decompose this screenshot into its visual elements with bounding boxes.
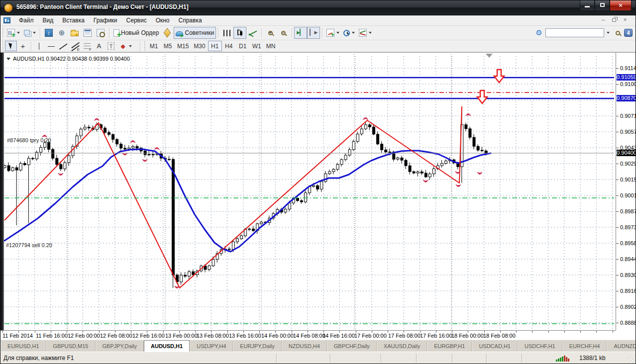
expert-advisors-button[interactable]: Советники xyxy=(174,27,216,39)
navigator-button[interactable] xyxy=(68,27,81,39)
time-tick xyxy=(35,331,35,333)
chart-window-icon[interactable] xyxy=(3,17,10,23)
chart-tab-audnzd[interactable]: AUDNZD,H4 xyxy=(607,342,636,352)
metaeditor-button[interactable] xyxy=(161,27,174,39)
menu-items: ФайлВидВставкаГрафикиСервисОкноСправка xyxy=(14,16,207,25)
toolbar-separator xyxy=(31,41,31,51)
arrows-tool-button[interactable] xyxy=(117,41,134,51)
menu-item-0[interactable]: Файл xyxy=(14,16,38,25)
mdi-restore-button[interactable] xyxy=(609,16,620,25)
text-tool-button[interactable]: A xyxy=(93,41,105,51)
trendline-icon xyxy=(59,42,67,50)
auto-scroll-button[interactable] xyxy=(294,27,307,39)
maximize-button[interactable] xyxy=(595,0,610,11)
timeframe-button-h4[interactable]: H4 xyxy=(222,41,236,51)
timeframe-button-w1[interactable]: W1 xyxy=(250,41,264,51)
timeframe-button-mn[interactable]: MN xyxy=(264,41,278,51)
search-dropdown-button[interactable] xyxy=(604,28,611,37)
timeframe-button-d1[interactable]: D1 xyxy=(236,41,250,51)
search-input[interactable] xyxy=(545,28,604,37)
strategy-tester-button[interactable] xyxy=(94,27,107,39)
title-bar[interactable]: 565896: Panteon Client Terminal - Демо С… xyxy=(0,0,636,15)
chart-shift-button[interactable] xyxy=(307,27,320,39)
data-window-button[interactable] xyxy=(55,27,68,39)
chart-tab-xauusd[interactable]: XAUUSD,Daily xyxy=(377,342,427,352)
resize-grip[interactable] xyxy=(629,357,636,364)
chart-tab-gbpchf[interactable]: GBPCHF,Daily xyxy=(327,342,377,352)
menu-item-3[interactable]: Графики xyxy=(89,16,122,25)
price-label: 0.90295 xyxy=(620,161,636,167)
horizontal-line-tool-button[interactable] xyxy=(45,41,57,51)
timeframe-button-m5[interactable]: M5 xyxy=(161,41,175,51)
timeframe-button-m1[interactable]: M1 xyxy=(147,41,161,51)
text-label-tool-button[interactable]: T xyxy=(105,41,117,51)
chart-tab-eurjpy[interactable]: EURJPY,Daily xyxy=(233,342,282,352)
menu-item-4[interactable]: Сервис xyxy=(122,16,151,25)
candlestick-chart-button[interactable] xyxy=(233,27,246,39)
zoom-out-button[interactable]: − xyxy=(277,27,290,39)
indicators-button[interactable] xyxy=(324,27,341,39)
trendline-tool-button[interactable] xyxy=(57,41,69,51)
toolbar-handle[interactable] xyxy=(1,41,3,51)
price-label: 0.90575 xyxy=(620,129,636,135)
chart-tab-usdcad[interactable]: USDCAD,H1 xyxy=(472,342,518,352)
toolbar-handle[interactable] xyxy=(143,41,145,51)
terminal-icon xyxy=(84,29,92,37)
equidistant-channel-icon: E xyxy=(71,42,79,50)
time-axis[interactable]: 11 Feb 201411 Feb 16:0012 Feb 00:0012 Fe… xyxy=(0,330,616,340)
fibonacci-tool-button[interactable]: F xyxy=(81,41,93,51)
chart-tab-audusd[interactable]: AUDUSD,H1 xyxy=(144,340,190,352)
close-icon: × xyxy=(619,1,623,9)
line-chart-button[interactable] xyxy=(246,27,259,39)
mdi-close-button[interactable]: × xyxy=(620,16,631,25)
chart-plot-area[interactable] xyxy=(0,53,616,330)
chart-tab-nzdusd[interactable]: NZDUSD,H4 xyxy=(282,342,327,352)
mdi-minimize-button[interactable]: – xyxy=(598,16,609,25)
profiles-button[interactable] xyxy=(22,27,38,39)
chart-tab-eurchf[interactable]: EURCHF,H4 xyxy=(562,342,607,352)
timeframe-button-m30[interactable]: M30 xyxy=(191,41,208,51)
price-label: 0.89165 xyxy=(620,288,636,294)
minimize-button[interactable] xyxy=(580,0,595,11)
menu-item-5[interactable]: Окно xyxy=(151,16,174,25)
chart-tab-eurgbp[interactable]: EURGBP,H1 xyxy=(427,342,472,352)
auto-scroll-icon xyxy=(297,29,305,37)
chevron-down-icon xyxy=(336,32,339,34)
chart-tab-eurusd[interactable]: EURUSD,H1 xyxy=(0,342,46,352)
periods-button[interactable] xyxy=(341,27,357,39)
chart-tab-usdchf[interactable]: USDCHF,H1 xyxy=(518,342,562,352)
search-go-button[interactable] xyxy=(611,27,624,39)
order-line-label-tp[interactable]: #874680 tpry 0.20 xyxy=(7,137,51,143)
crosshair-tool-button[interactable] xyxy=(17,41,29,51)
order-line-label-sell[interactable]: #1207794 sell 0.20 xyxy=(6,242,52,248)
menu-item-6[interactable]: Справка xyxy=(174,16,207,25)
templates-button[interactable] xyxy=(357,27,374,39)
time-tick xyxy=(580,331,581,333)
toolbar-handle[interactable] xyxy=(1,28,3,38)
timeframe-button-m15[interactable]: M15 xyxy=(175,41,191,51)
bar-chart-button[interactable] xyxy=(220,27,233,39)
settings-button[interactable] xyxy=(532,27,545,39)
price-tick xyxy=(616,211,619,212)
time-tick xyxy=(516,331,517,333)
price-axis[interactable]: 0.911400.910000.907150.905750.904350.902… xyxy=(616,53,636,330)
menu-item-1[interactable]: Вид xyxy=(38,16,58,25)
terminal-button[interactable] xyxy=(81,27,94,39)
menu-item-2[interactable]: Вставка xyxy=(58,16,89,25)
timeframe-button-h1[interactable]: H1 xyxy=(208,41,222,51)
price-label: 0.89020 xyxy=(620,304,636,310)
notifications-button[interactable]: 4 xyxy=(624,29,633,37)
close-button[interactable]: × xyxy=(610,0,632,11)
zoom-in-button[interactable]: + xyxy=(264,27,277,39)
market-watch-button[interactable] xyxy=(42,27,55,39)
chart-tab-usdjpy[interactable]: USDJPY,H4 xyxy=(190,342,233,352)
chart-tab-gbpusd[interactable]: GBPUSD,M15 xyxy=(46,342,96,352)
cursor-tool-button[interactable] xyxy=(5,41,17,51)
chart-tab-gbpjpy[interactable]: GBPJPY,Daily xyxy=(96,342,144,352)
price-tick xyxy=(616,84,619,85)
new-order-button[interactable]: Новый Ордер xyxy=(111,27,161,39)
vertical-line-tool-button[interactable] xyxy=(33,41,45,51)
new-chart-button[interactable] xyxy=(5,27,22,39)
chart-ohlc-header[interactable]: AUDUSD,H1 0.90422 0.90438 0.90399 0.9040… xyxy=(6,56,130,62)
channel-tool-button[interactable]: E xyxy=(69,41,81,51)
